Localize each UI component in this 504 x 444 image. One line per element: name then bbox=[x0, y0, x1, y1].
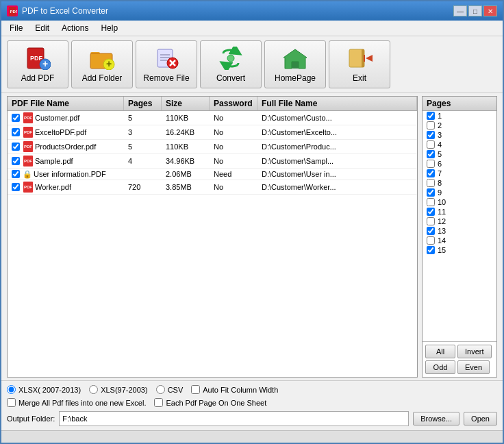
page-row[interactable]: 2 bbox=[423, 121, 496, 130]
merge-label: Merge All Pdf files into one new Excel. bbox=[18, 399, 146, 407]
svg-marker-24 bbox=[366, 55, 373, 62]
file-checkbox[interactable] bbox=[12, 183, 20, 191]
file-checkbox[interactable] bbox=[12, 170, 20, 178]
file-name-cell: PDF Worker.pdf bbox=[8, 180, 124, 194]
xls-radio[interactable] bbox=[89, 385, 98, 394]
file-checkbox[interactable] bbox=[12, 157, 20, 165]
page-checkbox[interactable] bbox=[427, 169, 435, 177]
table-row[interactable]: PDF ExceltoPDF.pdf 3 16.24KB No D:\Custo… bbox=[8, 125, 417, 140]
page-row[interactable]: 7 bbox=[423, 169, 496, 178]
page-checkbox[interactable] bbox=[427, 121, 435, 130]
maximize-button[interactable]: □ bbox=[468, 5, 482, 16]
minimize-button[interactable]: — bbox=[453, 5, 467, 16]
file-fullpath-cell: D:\Customer\Worker... bbox=[257, 180, 417, 194]
lock-icon: 🔒 bbox=[23, 170, 32, 178]
even-button[interactable]: Even bbox=[457, 360, 490, 374]
app-icon: PDF bbox=[7, 5, 18, 16]
table-row[interactable]: PDF Sample.pdf 4 34.96KB No D:\Customer\… bbox=[8, 154, 417, 169]
page-row[interactable]: 9 bbox=[423, 188, 496, 197]
col-header-pages: Pages bbox=[124, 97, 162, 110]
page-row[interactable]: 15 bbox=[423, 245, 496, 255]
format-row: XLSX( 2007-2013) XLS(97-2003) CSV Auto F… bbox=[7, 385, 497, 394]
auto-fit-label: Auto Fit Column Width bbox=[203, 386, 278, 394]
page-checkbox[interactable] bbox=[427, 217, 435, 225]
menu-edit[interactable]: Edit bbox=[29, 22, 55, 34]
page-row[interactable]: 14 bbox=[423, 236, 496, 245]
remove-file-icon bbox=[153, 46, 180, 71]
auto-fit-checkbox[interactable] bbox=[191, 385, 200, 394]
page-row[interactable]: 1 bbox=[423, 111, 496, 121]
add-folder-button[interactable]: + Add Folder bbox=[71, 40, 133, 88]
csv-radio[interactable] bbox=[156, 385, 165, 394]
page-checkbox[interactable] bbox=[427, 227, 435, 235]
file-pages-cell bbox=[124, 169, 162, 180]
page-checkbox[interactable] bbox=[427, 246, 435, 254]
add-folder-label: Add Folder bbox=[82, 73, 123, 83]
output-path-input[interactable] bbox=[59, 411, 409, 426]
file-checkbox[interactable] bbox=[12, 143, 20, 151]
menu-actions[interactable]: Actions bbox=[56, 22, 94, 34]
menu-file[interactable]: File bbox=[4, 22, 28, 34]
homepage-button[interactable]: HomePage bbox=[264, 40, 326, 88]
odd-button[interactable]: Odd bbox=[425, 360, 455, 374]
file-pages-cell: 5 bbox=[124, 111, 162, 125]
file-name-cell: PDF ProductsOrder.pdf bbox=[8, 140, 124, 153]
pdf-icon: PDF bbox=[23, 141, 33, 152]
csv-radio-group: CSV bbox=[156, 385, 184, 394]
convert-button[interactable]: Convert bbox=[200, 40, 262, 88]
file-checkbox[interactable] bbox=[12, 128, 20, 136]
page-row[interactable]: 3 bbox=[423, 130, 496, 140]
output-row: Output Folder: Browse... Open bbox=[7, 411, 497, 426]
table-row[interactable]: PDF Worker.pdf 720 3.85MB No D:\Customer… bbox=[8, 180, 417, 195]
page-checkbox[interactable] bbox=[427, 112, 435, 120]
page-checkbox[interactable] bbox=[427, 198, 435, 206]
page-checkbox[interactable] bbox=[427, 236, 435, 245]
table-row[interactable]: PDF ProductsOrder.pdf 5 110KB No D:\Cust… bbox=[8, 140, 417, 154]
table-row[interactable]: PDF Customer.pdf 5 110KB No D:\Customer\… bbox=[8, 111, 417, 125]
page-checkbox[interactable] bbox=[427, 179, 435, 187]
open-button[interactable]: Open bbox=[464, 412, 497, 426]
page-row[interactable]: 11 bbox=[423, 207, 496, 217]
file-checkbox[interactable] bbox=[12, 114, 20, 122]
page-row[interactable]: 6 bbox=[423, 159, 496, 169]
remove-file-button[interactable]: Remove File bbox=[136, 40, 197, 88]
page-checkbox[interactable] bbox=[427, 160, 435, 168]
pages-scroll[interactable]: 1 2 3 4 5 6 7 8 9 10 11 12 13 14 15 bbox=[423, 111, 496, 341]
exit-button[interactable]: Exit bbox=[329, 40, 390, 88]
file-password-cell: No bbox=[210, 111, 257, 125]
file-password-cell: No bbox=[210, 125, 257, 139]
page-row[interactable]: 13 bbox=[423, 226, 496, 236]
page-row[interactable]: 4 bbox=[423, 140, 496, 149]
page-checkbox[interactable] bbox=[427, 208, 435, 216]
table-row[interactable]: 🔒 User information.PDF 2.06MB Need D:\Cu… bbox=[8, 169, 417, 180]
page-checkbox[interactable] bbox=[427, 150, 435, 158]
title-bar-left: PDF PDF to Excel Converter bbox=[7, 5, 108, 16]
each-page-checkbox[interactable] bbox=[154, 398, 163, 407]
svg-text:+: + bbox=[106, 58, 112, 69]
add-pdf-button[interactable]: PDF + Add PDF bbox=[7, 40, 68, 88]
close-button[interactable]: ✕ bbox=[483, 5, 497, 16]
page-row[interactable]: 8 bbox=[423, 178, 496, 188]
page-row[interactable]: 10 bbox=[423, 197, 496, 207]
file-fullpath-cell: D:\Customer\Sampl... bbox=[257, 154, 417, 168]
add-folder-icon: + bbox=[88, 46, 116, 71]
merge-checkbox[interactable] bbox=[7, 398, 16, 407]
auto-fit-group: Auto Fit Column Width bbox=[191, 385, 278, 394]
add-pdf-label: Add PDF bbox=[21, 73, 55, 83]
xlsx-radio[interactable] bbox=[7, 385, 16, 394]
col-header-fullpath: Full File Name bbox=[257, 97, 417, 110]
all-button[interactable]: All bbox=[425, 345, 455, 358]
page-checkbox[interactable] bbox=[427, 131, 435, 139]
page-checkbox[interactable] bbox=[427, 140, 435, 149]
menu-bar: File Edit Actions Help bbox=[1, 21, 503, 36]
page-checkbox[interactable] bbox=[427, 188, 435, 197]
page-row[interactable]: 12 bbox=[423, 217, 496, 226]
menu-help[interactable]: Help bbox=[95, 22, 123, 34]
browse-button[interactable]: Browse... bbox=[413, 412, 459, 426]
xlsx-label: XLSX( 2007-2013) bbox=[18, 386, 81, 394]
invert-button[interactable]: Invert bbox=[457, 345, 492, 358]
file-size-cell: 110KB bbox=[162, 111, 210, 125]
page-row[interactable]: 5 bbox=[423, 149, 496, 159]
svg-point-19 bbox=[227, 55, 234, 62]
status-bar bbox=[1, 430, 503, 443]
